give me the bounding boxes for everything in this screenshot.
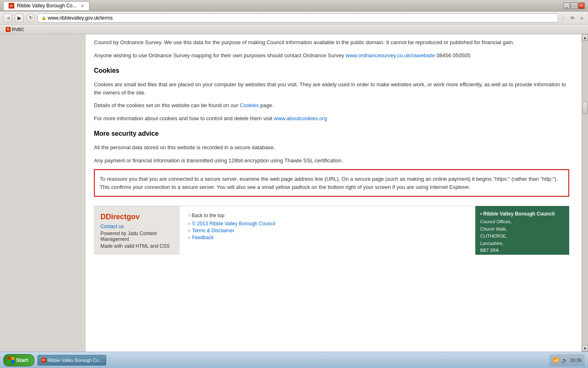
council-address: Council Offices, Church Walk, CLITHEROE,… — [480, 218, 564, 262]
plus-icon-copyright: + — [188, 221, 190, 226]
taskbar-browser-item[interactable]: R Ribble Valley Borough Co... — [38, 355, 106, 366]
security-heading: More security advice — [94, 129, 569, 139]
council-phone: 01200 425111 — [480, 254, 564, 262]
directgov-d-icon: D — [100, 213, 106, 221]
network-icon: 📶 — [553, 357, 559, 363]
bookmark-label: RVBC — [12, 27, 24, 32]
footer-left: DDirectgov Contact us Powered by Jadu Co… — [94, 206, 180, 255]
scroll-up-button[interactable]: ▲ — [582, 34, 588, 41]
footer: DDirectgov Contact us Powered by Jadu Co… — [94, 206, 569, 255]
back-to-top-link[interactable]: ↑ Back to the top — [188, 213, 224, 218]
security-highlight-box: To reassure you that you are connected t… — [94, 169, 569, 197]
cookies-text-3: For more information about cookies and h… — [94, 115, 272, 121]
volume-icon: 🔊 — [561, 357, 568, 363]
council-address-3: CLITHEROE, — [480, 233, 564, 240]
scroll-thumb[interactable] — [582, 102, 588, 114]
extensions-button[interactable]: ≫ — [568, 14, 577, 21]
footer-center: ↑ Back to the top + © 2013 Ribble Valley… — [180, 206, 475, 255]
footer-right: • Ribble Valley Borough Council Council … — [475, 206, 569, 255]
council-address-4: Lancashire, — [480, 240, 564, 247]
back-button[interactable]: ◀ — [3, 13, 12, 22]
council-name: • Ribble Valley Borough Council — [480, 211, 564, 217]
browser-title-bar: R Ribble Valley Borough Co... ✕ _ □ ✕ — [0, 0, 588, 11]
security-paragraph-1: All the personal data stored on this web… — [94, 144, 569, 152]
tab-close-button[interactable]: ✕ — [81, 4, 84, 8]
main-content: Council by Ordnance Survey. We use this … — [86, 34, 581, 352]
os-intro-text: Anyone wishing to use Ordnance Survey ma… — [94, 52, 344, 58]
bookmark-favicon: R — [6, 27, 11, 32]
security-paragraph-2: Any payment or financial information is … — [94, 157, 569, 165]
council-address-2: Church Walk, — [480, 226, 564, 233]
terms-link[interactable]: Terms & Disclaimer — [192, 228, 234, 233]
refresh-button[interactable]: ↻ — [26, 13, 35, 22]
feedback-link[interactable]: Feedback — [192, 235, 214, 240]
forward-button[interactable]: ▶ — [15, 13, 24, 22]
cookies-page-link[interactable]: Cookies — [240, 102, 259, 108]
taskbar-items: R Ribble Valley Borough Co... — [38, 355, 547, 366]
left-sidebar — [0, 34, 86, 352]
footer-feedback-item: + Feedback — [188, 235, 467, 240]
right-scrollbar[interactable]: ▲ ▼ — [581, 34, 588, 352]
cookies-paragraph-2: Details of the cookies set on this websi… — [94, 101, 569, 110]
contact-us-link[interactable]: Contact us — [100, 224, 124, 229]
council-address-5: BB7 2RA — [480, 247, 564, 254]
tab-favicon: R — [9, 3, 14, 9]
tab-title: Ribble Valley Borough Co... — [17, 3, 77, 9]
cookies-paragraph-3: For more information about cookies and h… — [94, 114, 569, 123]
close-button[interactable]: ✕ — [578, 2, 585, 9]
os-phone-text: 08456 050505 — [437, 52, 470, 58]
ordnance-survey-link[interactable]: www.ordnancesurvey.co.uk/oswebsite — [345, 52, 435, 58]
plus-icon-terms: + — [188, 228, 190, 233]
address-text: www.ribblevalley.gov.uk/terms — [48, 15, 113, 21]
cookies-heading: Cookies — [94, 66, 569, 76]
cookies-paragraph-1: Cookies are small text files that are pl… — [94, 81, 569, 96]
page-wrapper: Council by Ordnance Survey. We use this … — [0, 34, 588, 352]
cookies-text-2: Details of the cookies set on this websi… — [94, 102, 238, 108]
footer-made-with: Made with valid HTML and CSS — [100, 243, 173, 249]
highlight-text: To reassure you that you are connected t… — [100, 175, 564, 191]
taskbar-browser-label: Ribble Valley Borough Co... — [48, 358, 102, 363]
bookmarks-bar: R RVBC — [0, 25, 588, 34]
taskbar: Start R Ribble Valley Borough Co... 📶 🔊 … — [0, 352, 588, 368]
back-to-top: ↑ Back to the top — [188, 213, 467, 218]
maximize-button[interactable]: □ — [571, 2, 577, 9]
directgov-text: Directgov — [106, 213, 140, 221]
bookmark-star-button[interactable]: ☆ — [561, 15, 566, 21]
cookies-text-2b: page. — [261, 102, 274, 108]
intro-paragraph-2: Anyone wishing to use Ordnance Survey ma… — [94, 52, 569, 60]
intro-paragraph-1: Council by Ordnance Survey. We use this … — [94, 38, 569, 47]
taskbar-favicon: R — [41, 358, 46, 363]
footer-terms-item: + Terms & Disclaimer — [188, 228, 467, 233]
bookmark-rvbc[interactable]: R RVBC — [3, 26, 27, 33]
start-label: Start — [16, 357, 28, 363]
scroll-track[interactable] — [582, 41, 588, 345]
council-address-1: Council Offices, — [480, 218, 564, 226]
copyright-link[interactable]: © 2013 Ribble Valley Borough Council — [192, 221, 275, 227]
window-controls: _ □ ✕ — [564, 2, 585, 9]
minimize-button[interactable]: _ — [564, 2, 570, 9]
footer-copyright-item: + © 2013 Ribble Valley Borough Council — [188, 221, 467, 227]
footer-powered-by: Powered by Jadu Content Management — [100, 231, 173, 242]
windows-logo-icon — [8, 357, 14, 364]
aboutcookies-link[interactable]: www.aboutcookies.org — [274, 115, 327, 121]
scroll-down-button[interactable]: ▼ — [582, 345, 588, 352]
content-area: Council by Ordnance Survey. We use this … — [94, 34, 569, 206]
navigation-bar: ◀ ▶ ↻ 🔒 www.ribblevalley.gov.uk/terms ☆ … — [0, 11, 588, 25]
directgov-logo: DDirectgov — [100, 213, 173, 221]
plus-icon-feedback: + — [188, 235, 190, 240]
system-time: 20:36 — [570, 358, 581, 363]
start-button[interactable]: Start — [3, 354, 34, 366]
footer-contact-us: Contact us — [100, 224, 173, 229]
address-lock-icon: 🔒 — [41, 16, 46, 20]
browser-tab[interactable]: R Ribble Valley Borough Co... ✕ — [3, 1, 89, 10]
system-tray: 📶 🔊 20:36 — [550, 354, 585, 366]
address-bar[interactable]: 🔒 www.ribblevalley.gov.uk/terms — [38, 13, 558, 22]
menu-button[interactable]: ≡ — [579, 15, 585, 21]
